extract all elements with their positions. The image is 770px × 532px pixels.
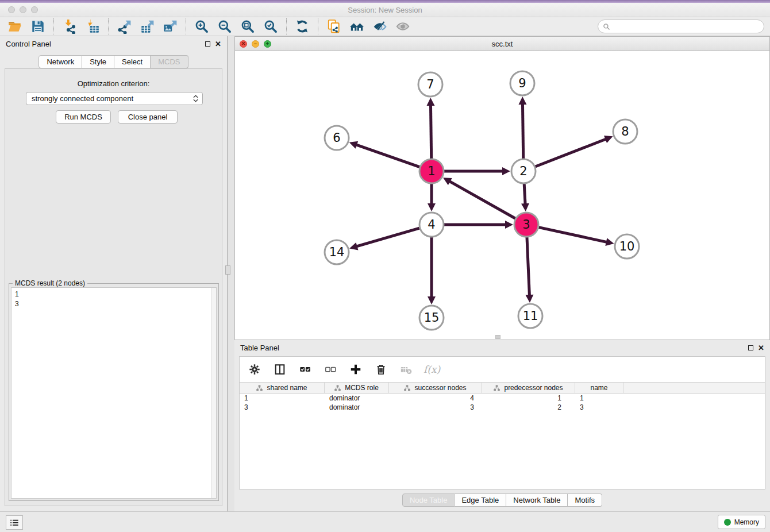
mcds-result-group: MCDS result (2 nodes) 1 3 bbox=[9, 283, 219, 501]
open-session-button[interactable] bbox=[3, 18, 26, 35]
column-header-shared-name[interactable]: shared name bbox=[240, 383, 325, 393]
tab-select[interactable]: Select bbox=[114, 55, 151, 68]
network-view-window: ✕ − + scc.txt 7968124314101511 bbox=[234, 36, 770, 340]
hierarchy-icon bbox=[334, 385, 341, 391]
cell: 1 bbox=[482, 394, 575, 402]
edge-3-10[interactable] bbox=[538, 228, 607, 242]
tab-network[interactable]: Network bbox=[38, 55, 82, 68]
save-session-button[interactable] bbox=[26, 18, 49, 35]
tab-mcds[interactable]: MCDS bbox=[151, 55, 188, 68]
edge-arrowhead bbox=[428, 203, 436, 211]
table-row[interactable]: 3dominator323 bbox=[240, 403, 765, 412]
toolbar-separator bbox=[53, 18, 54, 34]
edge-1-7[interactable] bbox=[430, 105, 431, 159]
toolbar-separator bbox=[186, 18, 186, 34]
close-panel-icon[interactable]: ✕ bbox=[215, 41, 221, 47]
network-graph-canvas[interactable]: 7968124314101511 bbox=[235, 51, 769, 340]
edge-2-8[interactable] bbox=[535, 139, 606, 167]
node-label-3: 3 bbox=[522, 218, 530, 232]
hierarchy-icon bbox=[256, 385, 263, 391]
export-network-button[interactable] bbox=[113, 18, 136, 35]
mcds-result-text[interactable]: 1 3 bbox=[11, 287, 217, 499]
memory-button[interactable]: Memory bbox=[718, 515, 765, 529]
edge-arrowhead bbox=[349, 242, 358, 250]
hierarchy-icon bbox=[494, 385, 500, 391]
import-network-icon bbox=[62, 19, 77, 34]
app-titlebar: Session: New Session bbox=[0, 3, 770, 17]
settings-gear-icon bbox=[248, 363, 261, 376]
edge-2-9[interactable] bbox=[522, 103, 523, 159]
edge-2-3[interactable] bbox=[524, 184, 525, 205]
search-icon bbox=[603, 23, 610, 30]
column-header-name[interactable]: name bbox=[575, 383, 623, 393]
zoom-in-button[interactable] bbox=[190, 18, 213, 35]
cell: dominator bbox=[325, 403, 389, 411]
node-label-4: 4 bbox=[428, 218, 435, 232]
home-button[interactable] bbox=[345, 18, 368, 35]
table-row[interactable]: 1dominator411 bbox=[240, 394, 765, 403]
criterion-dropdown[interactable]: strongly connected component bbox=[26, 92, 203, 105]
settings-gear-button[interactable] bbox=[247, 361, 263, 377]
column-header-predecessor-nodes[interactable]: predecessor nodes bbox=[482, 383, 575, 393]
column-header-successor-nodes[interactable]: successor nodes bbox=[389, 383, 482, 393]
tab-motifs[interactable]: Motifs bbox=[568, 494, 602, 507]
result-scrollbar[interactable] bbox=[211, 288, 216, 498]
save-session-icon bbox=[30, 19, 45, 34]
dropdown-stepper-icon bbox=[193, 95, 198, 102]
column-header-MCDS-role[interactable]: MCDS role bbox=[325, 383, 389, 393]
delete-row-button[interactable] bbox=[373, 361, 389, 377]
float-panel-icon[interactable] bbox=[205, 41, 210, 47]
memory-status-icon bbox=[724, 519, 731, 526]
export-table-button[interactable] bbox=[136, 18, 159, 35]
export-table-icon bbox=[140, 19, 155, 34]
tab-style[interactable]: Style bbox=[82, 55, 114, 68]
import-network-button[interactable] bbox=[58, 18, 81, 35]
splitter-handle[interactable] bbox=[225, 265, 230, 275]
node-table-container: f(x) shared nameMCDS rolesuccessor nodes… bbox=[239, 356, 765, 489]
import-table-button[interactable] bbox=[81, 18, 104, 35]
refresh-layout-button[interactable] bbox=[291, 18, 314, 35]
cell: 1 bbox=[240, 394, 325, 402]
zoom-fit-button[interactable] bbox=[236, 18, 259, 35]
edge-arrowhead bbox=[518, 97, 526, 105]
table-close-icon[interactable]: ✕ bbox=[758, 345, 764, 350]
search-input[interactable] bbox=[613, 22, 759, 30]
edge-1-6[interactable] bbox=[356, 145, 419, 167]
tab-network-table[interactable]: Network Table bbox=[506, 494, 568, 507]
node-label-10: 10 bbox=[619, 240, 635, 253]
tab-edge-table[interactable]: Edge Table bbox=[455, 494, 506, 507]
delete-table-button[interactable] bbox=[398, 361, 414, 377]
clear-checks-button[interactable] bbox=[322, 361, 338, 377]
clone-network-button[interactable] bbox=[322, 18, 345, 35]
list-icon bbox=[9, 518, 20, 528]
columns-button[interactable] bbox=[272, 361, 288, 377]
edge-3-11[interactable] bbox=[527, 237, 529, 296]
edge-3-1[interactable] bbox=[449, 181, 515, 218]
horizontal-splitter-handle[interactable] bbox=[495, 335, 500, 339]
fx-icon[interactable]: f(x) bbox=[424, 364, 440, 375]
toggle-style-visibility-button[interactable] bbox=[368, 18, 391, 35]
select-all-checks-button[interactable] bbox=[297, 361, 313, 377]
zoom-selected-icon bbox=[263, 19, 278, 34]
edge-4-14[interactable] bbox=[356, 228, 419, 246]
cell: 1 bbox=[575, 394, 623, 402]
close-panel-button[interactable]: Close panel bbox=[118, 110, 178, 124]
table-float-icon[interactable] bbox=[748, 345, 753, 350]
zoom-in-icon bbox=[194, 19, 209, 34]
edge-arrowhead bbox=[505, 221, 513, 229]
export-image-button[interactable] bbox=[159, 18, 182, 35]
run-mcds-button[interactable]: Run MCDS bbox=[56, 110, 111, 124]
add-row-icon bbox=[349, 363, 362, 376]
node-label-11: 11 bbox=[523, 309, 538, 323]
node-label-6: 6 bbox=[333, 131, 340, 145]
zoom-out-button[interactable] bbox=[213, 18, 236, 35]
tab-node-table[interactable]: Node Table bbox=[402, 494, 455, 507]
eye-disabled-button[interactable] bbox=[391, 18, 414, 35]
show-panels-button[interactable] bbox=[6, 515, 23, 530]
search-box[interactable] bbox=[598, 20, 764, 33]
add-row-button[interactable] bbox=[348, 361, 364, 377]
zoom-selected-button[interactable] bbox=[259, 18, 282, 35]
network-window-title: scc.txt bbox=[235, 40, 769, 48]
zoom-fit-icon bbox=[240, 19, 255, 34]
toolbar-separator bbox=[108, 18, 109, 34]
